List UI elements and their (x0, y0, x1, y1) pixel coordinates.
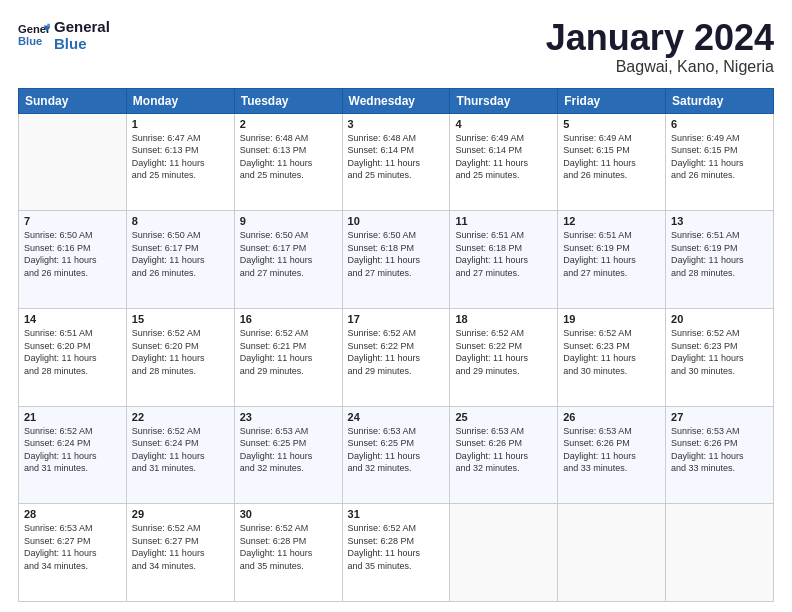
day-number: 21 (24, 411, 121, 423)
location: Bagwai, Kano, Nigeria (546, 58, 774, 76)
day-info: Sunrise: 6:52 AM Sunset: 6:28 PM Dayligh… (240, 522, 337, 572)
col-sunday: Sunday (19, 88, 127, 113)
day-cell: 17Sunrise: 6:52 AM Sunset: 6:22 PM Dayli… (342, 308, 450, 406)
header: General Blue General Blue January 2024 B… (18, 18, 774, 76)
day-cell: 27Sunrise: 6:53 AM Sunset: 6:26 PM Dayli… (666, 406, 774, 504)
day-info: Sunrise: 6:52 AM Sunset: 6:21 PM Dayligh… (240, 327, 337, 377)
day-number: 6 (671, 118, 768, 130)
day-info: Sunrise: 6:48 AM Sunset: 6:14 PM Dayligh… (348, 132, 445, 182)
day-cell: 6Sunrise: 6:49 AM Sunset: 6:15 PM Daylig… (666, 113, 774, 211)
day-info: Sunrise: 6:53 AM Sunset: 6:26 PM Dayligh… (563, 425, 660, 475)
day-number: 3 (348, 118, 445, 130)
day-info: Sunrise: 6:53 AM Sunset: 6:26 PM Dayligh… (455, 425, 552, 475)
day-cell: 18Sunrise: 6:52 AM Sunset: 6:22 PM Dayli… (450, 308, 558, 406)
col-thursday: Thursday (450, 88, 558, 113)
day-number: 14 (24, 313, 121, 325)
day-cell: 9Sunrise: 6:50 AM Sunset: 6:17 PM Daylig… (234, 211, 342, 309)
day-cell: 26Sunrise: 6:53 AM Sunset: 6:26 PM Dayli… (558, 406, 666, 504)
day-number: 8 (132, 215, 229, 227)
day-number: 20 (671, 313, 768, 325)
day-number: 10 (348, 215, 445, 227)
day-number: 28 (24, 508, 121, 520)
day-cell: 13Sunrise: 6:51 AM Sunset: 6:19 PM Dayli… (666, 211, 774, 309)
day-cell: 25Sunrise: 6:53 AM Sunset: 6:26 PM Dayli… (450, 406, 558, 504)
day-cell: 19Sunrise: 6:52 AM Sunset: 6:23 PM Dayli… (558, 308, 666, 406)
day-cell: 29Sunrise: 6:52 AM Sunset: 6:27 PM Dayli… (126, 504, 234, 602)
day-info: Sunrise: 6:53 AM Sunset: 6:26 PM Dayligh… (671, 425, 768, 475)
day-number: 5 (563, 118, 660, 130)
day-cell: 22Sunrise: 6:52 AM Sunset: 6:24 PM Dayli… (126, 406, 234, 504)
svg-text:Blue: Blue (18, 35, 42, 47)
day-info: Sunrise: 6:50 AM Sunset: 6:17 PM Dayligh… (132, 229, 229, 279)
day-cell: 2Sunrise: 6:48 AM Sunset: 6:13 PM Daylig… (234, 113, 342, 211)
day-cell: 1Sunrise: 6:47 AM Sunset: 6:13 PM Daylig… (126, 113, 234, 211)
day-cell: 21Sunrise: 6:52 AM Sunset: 6:24 PM Dayli… (19, 406, 127, 504)
day-cell: 30Sunrise: 6:52 AM Sunset: 6:28 PM Dayli… (234, 504, 342, 602)
day-cell: 15Sunrise: 6:52 AM Sunset: 6:20 PM Dayli… (126, 308, 234, 406)
logo-icon: General Blue (18, 19, 50, 51)
day-cell: 23Sunrise: 6:53 AM Sunset: 6:25 PM Dayli… (234, 406, 342, 504)
week-row-3: 14Sunrise: 6:51 AM Sunset: 6:20 PM Dayli… (19, 308, 774, 406)
day-cell: 4Sunrise: 6:49 AM Sunset: 6:14 PM Daylig… (450, 113, 558, 211)
day-cell (19, 113, 127, 211)
month-title: January 2024 (546, 18, 774, 58)
day-info: Sunrise: 6:49 AM Sunset: 6:15 PM Dayligh… (671, 132, 768, 182)
title-block: January 2024 Bagwai, Kano, Nigeria (546, 18, 774, 76)
day-cell: 16Sunrise: 6:52 AM Sunset: 6:21 PM Dayli… (234, 308, 342, 406)
logo: General Blue General Blue (18, 18, 110, 53)
day-info: Sunrise: 6:50 AM Sunset: 6:17 PM Dayligh… (240, 229, 337, 279)
day-number: 27 (671, 411, 768, 423)
day-info: Sunrise: 6:51 AM Sunset: 6:19 PM Dayligh… (671, 229, 768, 279)
calendar-table: Sunday Monday Tuesday Wednesday Thursday… (18, 88, 774, 602)
day-number: 15 (132, 313, 229, 325)
day-number: 1 (132, 118, 229, 130)
header-row: Sunday Monday Tuesday Wednesday Thursday… (19, 88, 774, 113)
day-number: 13 (671, 215, 768, 227)
day-info: Sunrise: 6:52 AM Sunset: 6:23 PM Dayligh… (671, 327, 768, 377)
day-number: 9 (240, 215, 337, 227)
day-info: Sunrise: 6:52 AM Sunset: 6:22 PM Dayligh… (455, 327, 552, 377)
col-tuesday: Tuesday (234, 88, 342, 113)
day-number: 12 (563, 215, 660, 227)
day-cell: 24Sunrise: 6:53 AM Sunset: 6:25 PM Dayli… (342, 406, 450, 504)
day-cell: 7Sunrise: 6:50 AM Sunset: 6:16 PM Daylig… (19, 211, 127, 309)
week-row-5: 28Sunrise: 6:53 AM Sunset: 6:27 PM Dayli… (19, 504, 774, 602)
day-info: Sunrise: 6:53 AM Sunset: 6:27 PM Dayligh… (24, 522, 121, 572)
day-info: Sunrise: 6:50 AM Sunset: 6:18 PM Dayligh… (348, 229, 445, 279)
day-cell: 5Sunrise: 6:49 AM Sunset: 6:15 PM Daylig… (558, 113, 666, 211)
day-cell: 11Sunrise: 6:51 AM Sunset: 6:18 PM Dayli… (450, 211, 558, 309)
day-number: 23 (240, 411, 337, 423)
day-number: 22 (132, 411, 229, 423)
day-info: Sunrise: 6:50 AM Sunset: 6:16 PM Dayligh… (24, 229, 121, 279)
day-number: 26 (563, 411, 660, 423)
week-row-4: 21Sunrise: 6:52 AM Sunset: 6:24 PM Dayli… (19, 406, 774, 504)
day-info: Sunrise: 6:52 AM Sunset: 6:22 PM Dayligh… (348, 327, 445, 377)
day-info: Sunrise: 6:52 AM Sunset: 6:23 PM Dayligh… (563, 327, 660, 377)
day-cell (558, 504, 666, 602)
day-number: 25 (455, 411, 552, 423)
col-saturday: Saturday (666, 88, 774, 113)
col-friday: Friday (558, 88, 666, 113)
day-number: 29 (132, 508, 229, 520)
day-info: Sunrise: 6:52 AM Sunset: 6:27 PM Dayligh… (132, 522, 229, 572)
svg-text:General: General (18, 24, 50, 36)
day-cell: 3Sunrise: 6:48 AM Sunset: 6:14 PM Daylig… (342, 113, 450, 211)
day-number: 19 (563, 313, 660, 325)
day-number: 30 (240, 508, 337, 520)
day-number: 2 (240, 118, 337, 130)
day-number: 17 (348, 313, 445, 325)
day-number: 11 (455, 215, 552, 227)
day-cell (450, 504, 558, 602)
week-row-1: 1Sunrise: 6:47 AM Sunset: 6:13 PM Daylig… (19, 113, 774, 211)
day-info: Sunrise: 6:52 AM Sunset: 6:20 PM Dayligh… (132, 327, 229, 377)
logo-general: General (54, 18, 110, 35)
day-info: Sunrise: 6:53 AM Sunset: 6:25 PM Dayligh… (348, 425, 445, 475)
day-info: Sunrise: 6:51 AM Sunset: 6:18 PM Dayligh… (455, 229, 552, 279)
page: General Blue General Blue January 2024 B… (0, 0, 792, 612)
day-info: Sunrise: 6:49 AM Sunset: 6:15 PM Dayligh… (563, 132, 660, 182)
day-number: 31 (348, 508, 445, 520)
day-cell: 8Sunrise: 6:50 AM Sunset: 6:17 PM Daylig… (126, 211, 234, 309)
day-info: Sunrise: 6:52 AM Sunset: 6:24 PM Dayligh… (24, 425, 121, 475)
day-number: 7 (24, 215, 121, 227)
day-info: Sunrise: 6:47 AM Sunset: 6:13 PM Dayligh… (132, 132, 229, 182)
